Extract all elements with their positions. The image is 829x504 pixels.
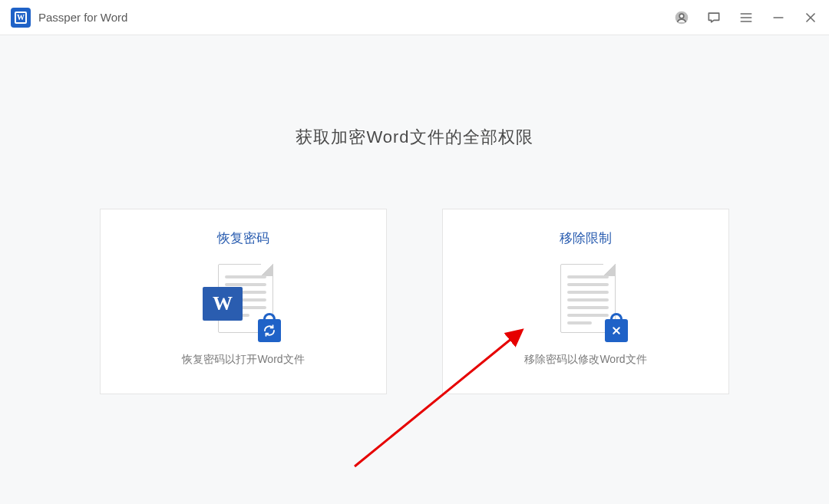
account-icon[interactable] [674, 10, 689, 25]
close-button[interactable] [803, 10, 818, 25]
main-content: 获取加密Word文件的全部权限 恢复密码 W [0, 126, 829, 394]
remove-lock-icon [605, 319, 628, 342]
recover-card-title: 恢复密码 [217, 229, 269, 247]
app-title: Passper for Word [38, 11, 127, 24]
app-window: W Passper for Word 获取加密Word文件的全部权限 [0, 0, 829, 504]
remove-card-desc: 移除密码以修改Word文件 [524, 353, 646, 367]
remove-card-title: 移除限制 [560, 229, 612, 247]
app-logo-icon: W [11, 8, 31, 28]
recover-password-card[interactable]: 恢复密码 W 恢复密码以打开Word文件 [100, 209, 387, 394]
page-headline: 获取加密Word文件的全部权限 [0, 126, 829, 149]
word-badge-icon: W [203, 287, 243, 321]
option-cards: 恢复密码 W 恢复密码以打开Word文件 [0, 209, 829, 394]
title-bar-right [674, 10, 818, 25]
recover-card-illustration: W [201, 264, 286, 338]
svg-point-1 [679, 14, 684, 18]
title-bar-left: W Passper for Word [11, 8, 127, 28]
minimize-button[interactable] [771, 10, 786, 25]
recover-card-desc: 恢复密码以打开Word文件 [182, 353, 304, 367]
menu-icon[interactable] [738, 10, 754, 25]
app-logo-letter: W [17, 14, 25, 21]
remove-restrictions-card[interactable]: 移除限制 移除密码以修改Word文件 [442, 209, 729, 394]
remove-card-illustration [543, 264, 628, 338]
refresh-lock-icon [258, 319, 281, 342]
title-bar: W Passper for Word [0, 0, 829, 35]
feedback-icon[interactable] [706, 10, 722, 25]
